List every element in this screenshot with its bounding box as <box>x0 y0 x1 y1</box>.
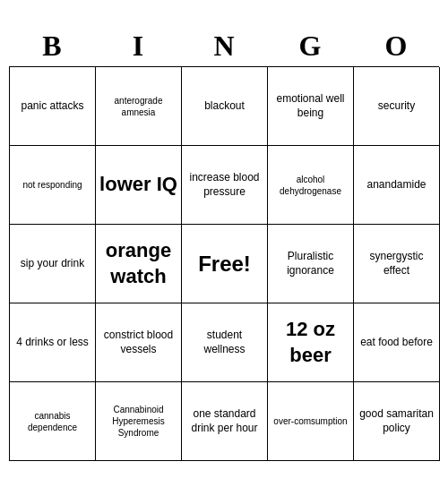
bingo-header: B I N G O <box>9 26 439 66</box>
bingo-cell: eat food before <box>354 303 440 382</box>
bingo-cell: synergystic effect <box>354 225 440 303</box>
bingo-cell: 4 drinks or less <box>10 303 96 382</box>
bingo-cell: Cannabinoid Hyperemesis Syndrome <box>96 382 182 461</box>
bingo-cell: over-comsumption <box>268 382 354 461</box>
bingo-cell: sip your drink <box>10 225 96 303</box>
bingo-cell: 12 oz beer <box>268 303 354 382</box>
bingo-cell: cannabis dependence <box>10 382 96 461</box>
bingo-card: B I N G O panic attacksanterograde amnes… <box>9 26 439 461</box>
bingo-grid: panic attacksanterograde amnesiablackout… <box>9 66 439 461</box>
letter-i: I <box>99 30 177 63</box>
bingo-cell: anandamide <box>354 146 440 225</box>
bingo-cell: Free! <box>182 225 268 303</box>
bingo-cell: emotional well being <box>268 67 354 146</box>
bingo-cell: good samaritan policy <box>354 382 440 461</box>
letter-g: G <box>271 30 349 63</box>
bingo-cell: lower IQ <box>96 146 182 225</box>
bingo-cell: panic attacks <box>10 67 96 146</box>
bingo-cell: one standard drink per hour <box>182 382 268 461</box>
bingo-cell: orange watch <box>96 225 182 303</box>
bingo-cell: not responding <box>10 146 96 225</box>
letter-b: B <box>13 30 91 63</box>
bingo-cell: anterograde amnesia <box>96 67 182 146</box>
letter-o: O <box>357 30 435 63</box>
bingo-cell: student wellness <box>182 303 268 382</box>
bingo-cell: security <box>354 67 440 146</box>
bingo-cell: alcohol dehydrogenase <box>268 146 354 225</box>
bingo-cell: increase blood pressure <box>182 146 268 225</box>
letter-n: N <box>185 30 263 63</box>
bingo-cell: constrict blood vessels <box>96 303 182 382</box>
bingo-cell: blackout <box>182 67 268 146</box>
bingo-cell: Pluralistic ignorance <box>268 225 354 303</box>
